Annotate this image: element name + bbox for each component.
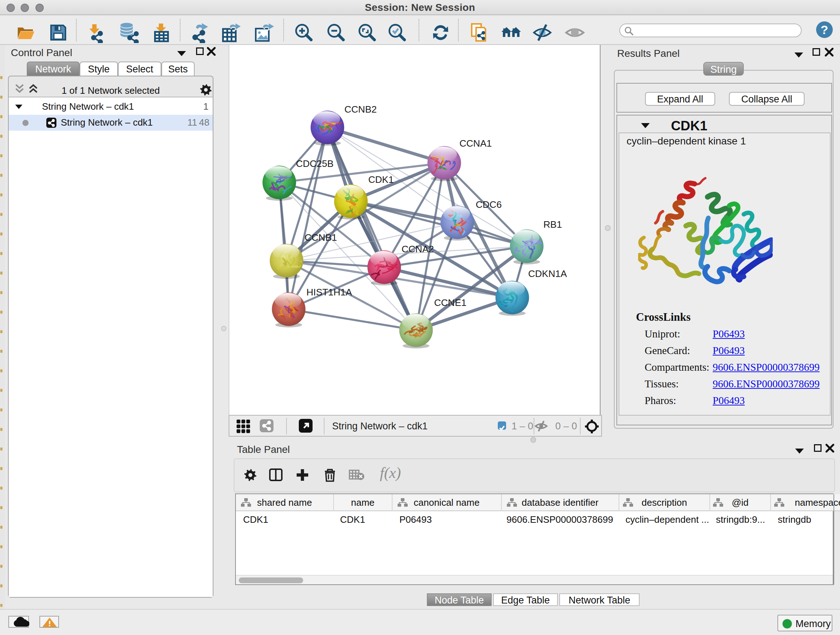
svg-text:CCNB2: CCNB2 <box>344 104 377 115</box>
svg-text:CDC25B: CDC25B <box>296 158 333 169</box>
svg-text:CCNA2: CCNA2 <box>401 244 434 255</box>
svg-text:CDK1: CDK1 <box>368 174 393 185</box>
svg-text:RB1: RB1 <box>543 219 562 230</box>
svg-text:CCNA1: CCNA1 <box>459 138 492 149</box>
svg-text:CCNB1: CCNB1 <box>305 232 337 243</box>
svg-text:CDC6: CDC6 <box>476 199 502 210</box>
svg-text:CDKN1A: CDKN1A <box>528 268 567 279</box>
svg-text:CCNE1: CCNE1 <box>434 297 466 308</box>
svg-text:HIST1H1A: HIST1H1A <box>306 287 352 298</box>
